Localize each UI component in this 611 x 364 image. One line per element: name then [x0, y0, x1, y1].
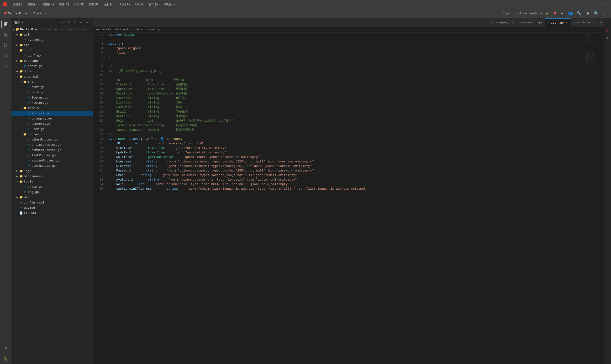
- tree-item-cmd[interactable]: ▶📁cmd: [12, 42, 93, 48]
- tree-item-check-go[interactable]: ∞check.go: [12, 184, 93, 189]
- breadcrumb-part-1[interactable]: internal: [115, 28, 128, 31]
- tab-article-go-tab[interactable]: ∞article.go: [571, 18, 598, 27]
- code-line-16[interactable]: NickName string 昵称: [109, 100, 583, 105]
- menu-item-文件(F)[interactable]: 文件(F): [11, 2, 26, 7]
- tab-more-button[interactable]: ⋯: [598, 20, 604, 25]
- menu-item-工具(T)[interactable]: 工具(T): [117, 2, 132, 7]
- activity-settings2[interactable]: ⚙: [1, 344, 10, 352]
- code-line-17[interactable]: Password string 密码: [109, 105, 583, 109]
- code-line-27[interactable]: UpdatedAt time.Time `json:"updated_at,om…: [109, 150, 583, 155]
- activity-unknown[interactable]: ⋯: [1, 62, 10, 71]
- tree-item-conf-go[interactable]: ∞conf.go: [12, 53, 93, 58]
- tree-item-log-go[interactable]: ∞log.go: [12, 189, 93, 195]
- tab-comment-go-tab[interactable]: ∞comment.go: [517, 18, 545, 27]
- code-line-23[interactable]: */: [109, 132, 583, 137]
- activity-search[interactable]: [1, 30, 10, 39]
- tree-item-article-go[interactable]: ∞article.go: [12, 111, 93, 116]
- code-line-34[interactable]: Role int `gorm:"column:role; type: int; …: [109, 182, 583, 186]
- code-line-24[interactable]: type User struct { 3个用法 👤 HanFengA7: [109, 137, 583, 141]
- tree-item-internal[interactable]: ▾📁internal: [12, 74, 93, 79]
- tree-item-comment-go[interactable]: ∞comment.go: [12, 121, 93, 126]
- run-button[interactable]: ▶: [544, 11, 550, 16]
- code-line-20[interactable]: Role int 角色码 [0:管理员 1:编辑名 2:订阅名]: [109, 118, 583, 123]
- tree-item-system-routes-go[interactable]: ∞systemRoutes.go: [12, 158, 93, 163]
- tree-item-init[interactable]: ▾📁Init: [12, 79, 93, 84]
- right-panel-layers-icon[interactable]: ⊜: [605, 35, 610, 41]
- activity-git[interactable]: [1, 41, 10, 50]
- code-line-26[interactable]: CreatedAt time.Time `json:"created_at,om…: [109, 146, 583, 150]
- code-line-11[interactable]: ID uint 评论ID: [109, 78, 583, 82]
- code-line-28[interactable]: DeletedAt gorm.DeletedAt `gorm:"index" j…: [109, 155, 583, 159]
- sidebar-collapse-icon[interactable]: ⊟: [72, 20, 77, 25]
- code-line-1[interactable]: package models: [109, 32, 583, 37]
- tree-item-article-routes-go[interactable]: ∞articleRoutes.go: [12, 142, 93, 147]
- code-line-5[interactable]: "time": [109, 51, 583, 55]
- menu-item-帮助(H)[interactable]: 帮助(H): [162, 2, 177, 7]
- settings-icon-button[interactable]: ⚙: [584, 10, 591, 17]
- tree-item-category-go[interactable]: ∞category.go: [12, 116, 93, 121]
- code-line-25[interactable]: ID uint `gorm:"primaryKey" json:"id"`: [109, 141, 583, 146]
- tree-item-album-routes-go[interactable]: ∞albumRoutes.go: [12, 137, 93, 142]
- code-line-32[interactable]: Email string `gorm:"column:email; type: …: [109, 173, 583, 178]
- tree-item-routes[interactable]: ▾📁routes: [12, 132, 93, 137]
- tree-item-system-go[interactable]: ∞system.go: [12, 37, 93, 42]
- tree-item-conf[interactable]: ▾📁conf: [12, 48, 93, 53]
- menu-item-代码(C)[interactable]: 代码(C): [72, 2, 86, 7]
- tree-item-user-routes-go[interactable]: ∞userRoutes.go: [12, 163, 93, 169]
- code-line-21[interactable]: LastLonginIPAddress string 最后登录IP地址: [109, 123, 583, 128]
- breadcrumb-part-3[interactable]: ∞ user.go: [146, 28, 161, 31]
- right-panel-alert-icon[interactable]: ⚠: [605, 28, 610, 33]
- tree-item-constant[interactable]: ▶📁constant: [12, 58, 93, 64]
- search-icon-button[interactable]: 🔍: [593, 10, 599, 17]
- tree-item-tools[interactable]: ▾📁tools: [12, 179, 93, 184]
- tab-close-button[interactable]: ×: [565, 21, 568, 24]
- tree-item-config-yaml[interactable]: ≈config.yaml: [12, 200, 93, 205]
- tree-item-user-go[interactable]: ∞user.go: [12, 126, 93, 132]
- code-line-6[interactable]: ): [109, 55, 583, 60]
- code-line-9[interactable]: User [用户表结构][231209][0.1]: [109, 69, 583, 73]
- tree-item-init-logrus-go[interactable]: ∞logrus.go: [12, 95, 93, 100]
- activity-debug[interactable]: 🐛: [1, 354, 10, 363]
- tree-item-nectar-root[interactable]: ▾📁NectarPin D:\CodeProjects\Github\Necta…: [12, 27, 93, 32]
- menu-item-Git(G)[interactable]: Git(G): [133, 2, 146, 7]
- code-line-22[interactable]: LastLonginDate string 最后登录时间: [109, 128, 583, 132]
- tree-item-init-conf-go[interactable]: ∞conf.go: [12, 84, 93, 90]
- activity-extensions[interactable]: ⊞: [1, 52, 10, 60]
- code-line-35[interactable]: LastLonginIPAddress string `gorm:"column…: [109, 186, 583, 191]
- tree-item-docs[interactable]: ▶📁docs: [12, 69, 93, 74]
- menu-item-导航(N)[interactable]: 导航(N): [57, 2, 71, 7]
- activity-explorer[interactable]: [1, 20, 10, 29]
- tree-item-init-router-go[interactable]: ∞router.go: [12, 100, 93, 105]
- tree-item-middleware[interactable]: ▶📁middleware: [12, 174, 93, 179]
- menu-item-重构(R)[interactable]: 重构(R): [87, 2, 102, 7]
- tab-user-go-tab[interactable]: ∞user.go×: [545, 18, 571, 27]
- tree-item-models[interactable]: ▾📁models: [12, 105, 93, 111]
- close-button[interactable]: ×: [605, 3, 608, 6]
- code-line-4[interactable]: "gorm.io/gorm": [109, 46, 583, 51]
- sidebar-close-icon[interactable]: —: [84, 20, 90, 25]
- sidebar-settings-icon[interactable]: ⚙: [60, 20, 65, 25]
- menu-item-窗口(W)[interactable]: 窗口(W): [147, 2, 162, 7]
- stop-button[interactable]: ■: [552, 11, 558, 16]
- tree-item-logs[interactable]: ▶📁logs: [12, 169, 93, 174]
- code-line-31[interactable]: Password string `gorm:"column:password; …: [109, 169, 583, 173]
- tree-item-go-mod[interactable]: ≡go.mod: [12, 205, 93, 210]
- breadcrumb-part-0[interactable]: NectarPin: [95, 28, 111, 31]
- code-line-7[interactable]: [109, 60, 583, 64]
- tab-category-go-tab[interactable]: ∞category.go: [488, 18, 517, 27]
- run-more-button[interactable]: ⋯: [559, 11, 565, 16]
- tools-icon-button[interactable]: 🔧: [576, 10, 582, 17]
- sidebar-split-icon[interactable]: ⧉: [66, 20, 71, 25]
- code-line-14[interactable]: DeletedAt gorm.DeletedAt 删除时间: [109, 91, 583, 96]
- minimize-button[interactable]: ─: [594, 3, 598, 6]
- code-line-29[interactable]: Username string `gorm:"column:username; …: [109, 159, 583, 164]
- code-line-2[interactable]: [109, 37, 583, 41]
- run-config-selector[interactable]: ⬡ go build NectarPin ▾: [503, 12, 542, 15]
- tree-item-init-gorm-go[interactable]: ∞gorm.go: [12, 90, 93, 95]
- code-line-19[interactable]: AvatarUrl string 头像地址: [109, 114, 583, 118]
- code-line-30[interactable]: NickName string `gorm:"column:nickname; …: [109, 164, 583, 169]
- users-icon-button[interactable]: 👥: [567, 10, 574, 17]
- tree-item-license[interactable]: 📄LICENSE: [12, 210, 93, 216]
- tree-item-const-go[interactable]: ∞const.go: [12, 64, 93, 69]
- breadcrumb-part-2[interactable]: models: [132, 28, 142, 31]
